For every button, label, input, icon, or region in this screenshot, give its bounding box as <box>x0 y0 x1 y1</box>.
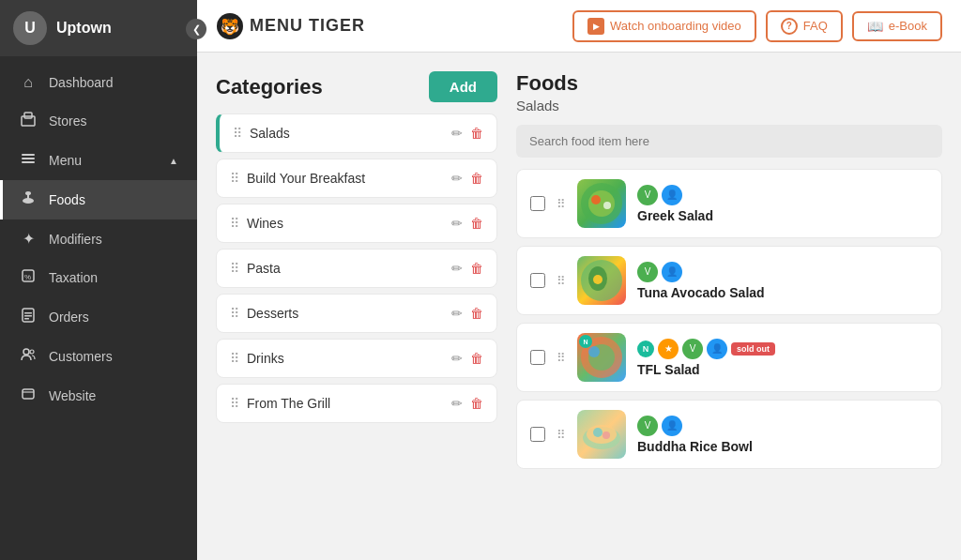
sidebar-item-dashboard[interactable]: ⌂ Dashboard <box>0 64 197 101</box>
edit-category-button[interactable]: ✏ <box>451 351 463 366</box>
delete-category-button[interactable]: 🗑 <box>470 171 483 186</box>
drag-handle-icon[interactable]: ⠿ <box>230 216 239 231</box>
food-badges: N ★ V 👤 sold out <box>637 339 928 359</box>
categories-header: Categories Add <box>216 71 497 102</box>
home-icon: ⌂ <box>19 74 38 91</box>
food-info-tuna-avocado: V 👤 Tuna Avocado Salad <box>637 262 928 300</box>
delete-category-button[interactable]: 🗑 <box>470 216 483 231</box>
sidebar-item-orders[interactable]: Orders <box>0 297 197 337</box>
faq-button[interactable]: ? FAQ <box>766 10 843 42</box>
watch-video-button[interactable]: ▶ Watch onboarding video <box>572 10 756 42</box>
svg-text:%: % <box>24 273 31 281</box>
edit-category-button[interactable]: ✏ <box>451 261 463 276</box>
category-item-from-grill[interactable]: ⠿ From The Grill ✏ 🗑 <box>216 384 497 423</box>
svg-text:🐯: 🐯 <box>221 18 239 36</box>
sidebar-item-menu[interactable]: Menu ▲ <box>0 141 197 180</box>
sidebar-item-foods[interactable]: Foods <box>0 180 197 219</box>
food-name-buddha-bowl: Buddha Rice Bowl <box>637 439 928 454</box>
topbar: 🐯 MENU TIGER ▶ Watch onboarding video ? … <box>197 0 961 53</box>
delete-category-button[interactable]: 🗑 <box>470 261 483 276</box>
food-info-tfl-salad: N ★ V 👤 sold out TFL Salad <box>637 339 928 377</box>
drag-handle-icon[interactable]: ⠿ <box>230 261 239 276</box>
edit-category-button[interactable]: ✏ <box>451 171 463 186</box>
svg-rect-12 <box>24 315 32 317</box>
star-badge: ★ <box>658 339 679 359</box>
drag-handle-icon[interactable]: ⠿ <box>557 428 566 442</box>
svg-point-14 <box>23 349 29 355</box>
foods-panel: Foods Salads ⠿ V 👤 <box>516 71 942 541</box>
food-checkbox-tfl-salad[interactable] <box>530 350 545 365</box>
edit-category-button[interactable]: ✏ <box>451 216 463 231</box>
category-item-drinks[interactable]: ⠿ Drinks ✏ 🗑 <box>216 339 497 378</box>
svg-point-7 <box>25 191 31 195</box>
delete-category-button[interactable]: 🗑 <box>470 396 483 411</box>
edit-category-button[interactable]: ✏ <box>451 126 463 141</box>
brand-name: Uptown <box>56 20 112 37</box>
food-image-buddha-bowl <box>577 410 626 459</box>
add-category-button[interactable]: Add <box>429 71 497 102</box>
person-badge: 👤 <box>707 339 727 359</box>
category-name: Salads <box>250 126 444 141</box>
category-item-pasta[interactable]: ⠿ Pasta ✏ 🗑 <box>216 249 497 288</box>
category-item-wines[interactable]: ⠿ Wines ✏ 🗑 <box>216 204 497 243</box>
svg-point-33 <box>603 431 610 439</box>
delete-category-button[interactable]: 🗑 <box>470 126 483 141</box>
sidebar-item-modifiers[interactable]: ✦ Modifiers <box>0 219 197 258</box>
new-badge: N <box>637 341 654 357</box>
category-actions: ✏ 🗑 <box>451 351 483 366</box>
menu-icon <box>19 151 38 170</box>
food-info-buddha-bowl: V 👤 Buddha Rice Bowl <box>637 416 928 454</box>
drag-handle-icon[interactable]: ⠿ <box>230 351 239 366</box>
svg-point-21 <box>588 190 615 217</box>
sidebar-item-stores[interactable]: Stores <box>0 101 197 141</box>
search-input[interactable] <box>516 125 942 158</box>
sidebar-item-taxation[interactable]: % Taxation <box>0 258 197 297</box>
drag-handle-icon[interactable]: ⠿ <box>557 197 566 211</box>
category-name: Pasta <box>247 261 444 276</box>
category-name: Wines <box>247 216 444 231</box>
logo: 🐯 MENU TIGER <box>216 12 365 40</box>
drag-handle-icon[interactable]: ⠿ <box>557 274 566 288</box>
chevron-down-icon: ▲ <box>169 156 178 166</box>
customers-icon <box>19 347 38 366</box>
drag-handle-icon[interactable]: ⠿ <box>230 396 239 411</box>
edit-category-button[interactable]: ✏ <box>451 306 463 321</box>
drag-handle-icon[interactable]: ⠿ <box>233 126 242 141</box>
drag-handle-icon[interactable]: ⠿ <box>230 171 239 186</box>
ebook-button[interactable]: 📖 e-Book <box>852 11 942 41</box>
category-actions: ✏ 🗑 <box>451 261 483 276</box>
svg-rect-13 <box>24 318 29 320</box>
category-name: From The Grill <box>247 396 444 411</box>
foods-title: Foods <box>516 71 942 96</box>
category-item-salads[interactable]: ⠿ Salads ✏ 🗑 <box>216 114 497 153</box>
sidebar-label-dashboard: Dashboard <box>49 75 114 90</box>
drag-handle-icon[interactable]: ⠿ <box>230 306 239 321</box>
food-checkbox-tuna-avocado[interactable] <box>530 273 545 288</box>
foods-header: Foods Salads <box>516 71 942 114</box>
tiger-icon: 🐯 <box>216 12 244 40</box>
edit-category-button[interactable]: ✏ <box>451 396 463 411</box>
svg-rect-3 <box>22 158 35 159</box>
delete-category-button[interactable]: 🗑 <box>470 306 483 321</box>
svg-rect-11 <box>24 312 32 314</box>
sidebar-item-website[interactable]: Website <box>0 376 197 416</box>
faq-icon: ? <box>781 18 798 35</box>
category-name: Desserts <box>247 306 444 321</box>
category-item-desserts[interactable]: ⠿ Desserts ✏ 🗑 <box>216 294 497 333</box>
watch-video-label: Watch onboarding video <box>610 19 741 33</box>
delete-category-button[interactable]: 🗑 <box>470 351 483 366</box>
svg-point-32 <box>593 428 603 437</box>
food-image-tfl-salad: N <box>577 333 626 382</box>
drag-handle-icon[interactable]: ⠿ <box>557 351 566 365</box>
svg-point-23 <box>603 202 611 209</box>
sidebar-label-taxation: Taxation <box>49 270 98 285</box>
play-icon: ▶ <box>587 18 604 35</box>
foods-subtitle: Salads <box>516 98 942 114</box>
food-name-tuna-avocado: Tuna Avocado Salad <box>637 285 928 300</box>
sidebar-toggle-button[interactable]: ❮ <box>186 19 206 39</box>
category-name: Drinks <box>247 351 444 366</box>
food-checkbox-buddha-bowl[interactable] <box>530 427 545 442</box>
food-checkbox-greek-salad[interactable] <box>530 196 545 211</box>
sidebar-item-customers[interactable]: Customers <box>0 337 197 376</box>
category-item-build-breakfast[interactable]: ⠿ Build Your Breakfast ✏ 🗑 <box>216 159 497 198</box>
